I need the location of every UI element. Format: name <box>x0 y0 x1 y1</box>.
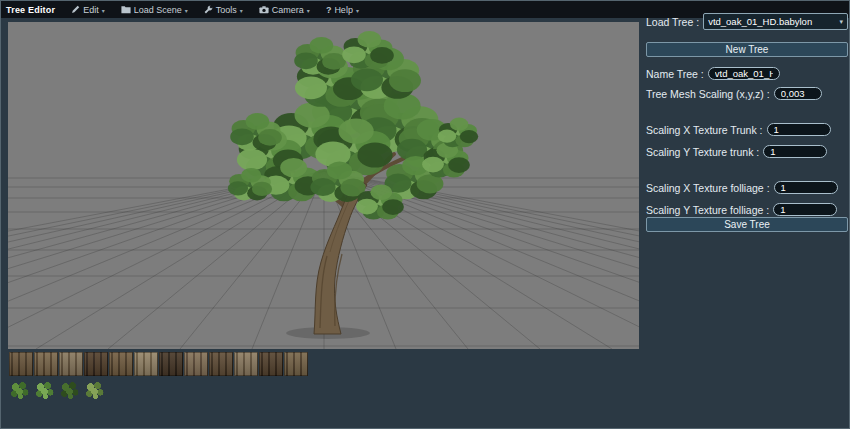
bark-texture-thumb-4[interactable] <box>84 352 108 376</box>
name-tree-label: Name Tree : <box>646 68 704 80</box>
scaling-x-foliage-label: Scaling X Texture folliage : <box>646 182 770 194</box>
chevron-down-icon: ▾ <box>185 7 188 14</box>
mesh-scaling-label: Tree Mesh Scaling (x,y,z) : <box>646 88 770 100</box>
wrench-icon <box>204 5 213 14</box>
menu-tools[interactable]: Tools▾ <box>204 5 243 15</box>
scaling-x-foliage-row: Scaling X Texture folliage : <box>646 181 848 194</box>
new-tree-button[interactable]: New Tree <box>646 42 848 57</box>
bark-texture-thumb-1[interactable] <box>9 352 33 376</box>
camera-icon <box>259 6 269 14</box>
bark-texture-thumb-6[interactable] <box>134 352 158 376</box>
bark-texture-thumb-12[interactable] <box>284 352 308 376</box>
scaling-x-foliage-input[interactable] <box>774 181 838 194</box>
scaling-y-foliage-input[interactable] <box>773 203 837 216</box>
load-tree-row: Load Tree : vtd_oak_01_HD.babylon ▾ <box>646 13 848 30</box>
load-tree-selected-value: vtd_oak_01_HD.babylon <box>708 16 812 27</box>
folder-icon <box>121 5 131 14</box>
load-tree-select[interactable]: vtd_oak_01_HD.babylon ▾ <box>703 13 848 30</box>
scaling-y-foliage-row: Scaling Y Texture folliage : <box>646 203 848 216</box>
chevron-down-icon: ▾ <box>356 7 359 14</box>
scaling-x-trunk-label: Scaling X Texture Trunk : <box>646 124 763 136</box>
name-tree-input[interactable] <box>708 67 780 80</box>
menu-label: Camera <box>272 5 304 15</box>
bark-texture-thumb-2[interactable] <box>34 352 58 376</box>
scaling-y-foliage-label: Scaling Y Texture folliage : <box>646 204 769 216</box>
bark-texture-thumb-5[interactable] <box>109 352 133 376</box>
foliage-texture-thumb-2[interactable] <box>34 380 56 400</box>
menu-label: Load Scene <box>134 5 182 15</box>
foliage-texture-thumb-1[interactable] <box>9 380 31 400</box>
scaling-y-trunk-input[interactable] <box>763 145 827 158</box>
viewport-scene <box>8 22 639 349</box>
menu-edit[interactable]: Edit▾ <box>71 5 105 15</box>
bark-texture-thumb-10[interactable] <box>234 352 258 376</box>
chevron-down-icon: ▾ <box>307 7 310 14</box>
viewport-3d[interactable] <box>8 22 639 349</box>
chevron-down-icon: ▾ <box>102 7 105 14</box>
foliage-texture-thumb-3[interactable] <box>59 380 81 400</box>
scaling-x-trunk-row: Scaling X Texture Trunk : <box>646 123 848 136</box>
control-panel: Load Tree : vtd_oak_01_HD.babylon ▾ New … <box>646 9 848 419</box>
foliage-texture-strip <box>9 380 106 400</box>
foliage-texture-thumb-4[interactable] <box>84 380 106 400</box>
help-icon: ? <box>326 5 332 15</box>
bark-texture-thumb-9[interactable] <box>209 352 233 376</box>
pencil-icon <box>71 5 80 14</box>
bark-texture-thumb-3[interactable] <box>59 352 83 376</box>
menu-label: Help <box>334 5 353 15</box>
tree-editor-window: Tree Editor Edit▾Load Scene▾Tools▾Camera… <box>0 0 850 429</box>
scaling-y-trunk-label: Scaling Y Texture trunk : <box>646 146 759 158</box>
tree-foliage <box>228 31 478 220</box>
name-tree-row: Name Tree : <box>646 67 848 80</box>
bark-texture-strip <box>9 352 308 376</box>
mesh-scaling-input[interactable] <box>774 87 822 100</box>
bark-texture-thumb-11[interactable] <box>259 352 283 376</box>
menu-help[interactable]: ?Help▾ <box>326 5 359 15</box>
chevron-down-icon: ▾ <box>240 7 243 14</box>
menubar-items: Edit▾Load Scene▾Tools▾Camera▾?Help▾ <box>71 5 359 15</box>
bark-texture-thumb-7[interactable] <box>159 352 183 376</box>
menu-label: Edit <box>83 5 99 15</box>
scaling-y-trunk-row: Scaling Y Texture trunk : <box>646 145 848 158</box>
scaling-x-trunk-input[interactable] <box>767 123 831 136</box>
mesh-scaling-row: Tree Mesh Scaling (x,y,z) : <box>646 87 848 100</box>
chevron-down-icon: ▾ <box>839 18 843 26</box>
menu-camera[interactable]: Camera▾ <box>259 5 310 15</box>
menu-label: Tools <box>216 5 237 15</box>
menu-load-scene[interactable]: Load Scene▾ <box>121 5 188 15</box>
load-tree-label: Load Tree : <box>646 16 699 28</box>
bark-texture-thumb-8[interactable] <box>184 352 208 376</box>
app-title: Tree Editor <box>6 5 55 15</box>
save-tree-button[interactable]: Save Tree <box>646 217 848 232</box>
